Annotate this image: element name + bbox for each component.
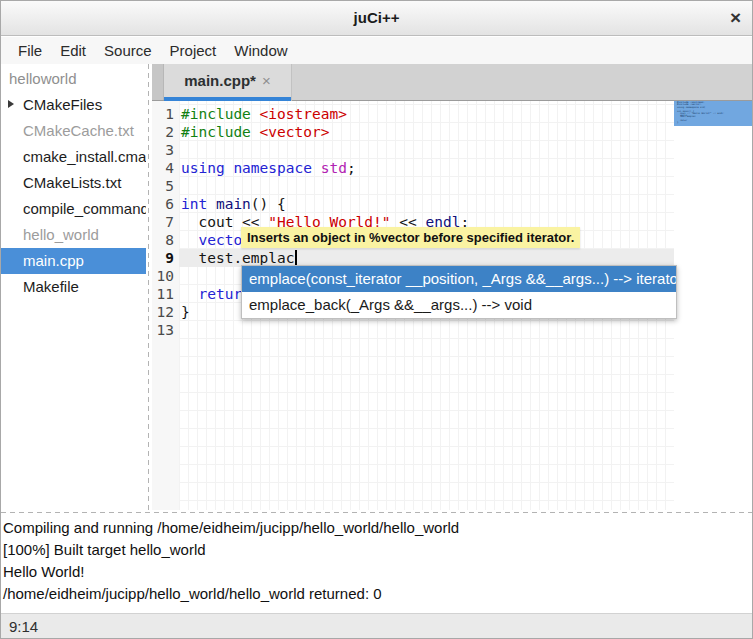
autocomplete-popup: emplace(const_iterator __position, _Args… [241, 265, 677, 319]
completion-item[interactable]: emplace_back(_Args &&__args...) --> void [242, 292, 676, 318]
line-number: 5 [152, 177, 174, 195]
title-bar: juCi++ × [1, 1, 752, 36]
sidebar-item-main-cpp[interactable]: main.cpp [1, 248, 146, 274]
project-name: helloworld [1, 66, 146, 92]
line-number-gutter: 12345678910111213 [152, 101, 179, 510]
minimap-viewport[interactable]: #include <iostream>#include <vector>usin… [674, 101, 753, 126]
text-cursor [295, 250, 297, 266]
line-number: 12 [152, 303, 174, 321]
code-editor[interactable]: 12345678910111213 #include <iostream>#in… [152, 101, 753, 510]
sidebar-item-compile-commands-[interactable]: compile_commands. [1, 196, 146, 222]
sidebar-item-cmakelists-txt[interactable]: CMakeLists.txt [1, 170, 146, 196]
terminal-line: Compiling and running /home/eidheim/juci… [3, 517, 752, 539]
line-number: 7 [152, 213, 174, 231]
line-number: 6 [152, 195, 174, 213]
sidebar-item-label: cmake_install.cmake [23, 148, 146, 165]
close-icon[interactable]: × [730, 1, 741, 34]
line-number: 2 [152, 123, 174, 141]
line-number: 11 [152, 285, 174, 303]
sidebar-item-makefile[interactable]: Makefile [1, 274, 146, 300]
sidebar-item-label: CMakeCache.txt [23, 122, 134, 139]
code-line[interactable]: #include <iostream> [179, 105, 674, 123]
tab-close-icon[interactable]: × [262, 72, 271, 89]
line-number: 8 [152, 231, 174, 249]
tab-main-cpp[interactable]: main.cpp*× [164, 64, 292, 101]
tab-bar: main.cpp*× [152, 64, 753, 101]
code-line[interactable] [179, 141, 674, 159]
code-line[interactable]: int main() { [179, 195, 674, 213]
menu-bar: FileEditSourceProjectWindow [1, 37, 752, 64]
expander-triangle-icon[interactable] [8, 100, 14, 108]
editor-pane: main.cpp*× 12345678910111213 #include <i… [152, 64, 753, 510]
menu-item-source[interactable]: Source [95, 38, 161, 64]
tab-label: main.cpp* [184, 72, 256, 89]
sidebar-item-label: Makefile [23, 278, 79, 295]
doc-tooltip: Inserts an object in %vector before spec… [241, 227, 580, 248]
terminal-output: Compiling and running /home/eidheim/juci… [1, 516, 752, 613]
sidebar-item-label: compile_commands. [23, 200, 146, 217]
main-area: helloworld CMakeFilesCMakeCache.txtcmake… [1, 64, 753, 510]
line-number: 13 [152, 321, 174, 339]
tabbar-left-strip [152, 64, 164, 100]
minimap-line [677, 124, 753, 126]
sidebar-item-hello-world[interactable]: hello_world [1, 222, 146, 248]
code-line[interactable] [179, 321, 674, 339]
menu-item-edit[interactable]: Edit [51, 38, 95, 64]
menu-item-window[interactable]: Window [225, 38, 296, 64]
line-number: 3 [152, 141, 174, 159]
sidebar-item-cmake-install-cmake[interactable]: cmake_install.cmake [1, 144, 146, 170]
line-number: 4 [152, 159, 174, 177]
sidebar-item-label: CMakeLists.txt [23, 174, 121, 191]
sidebar-item-cmakefiles[interactable]: CMakeFiles [1, 92, 146, 118]
sidebar-item-cmakecache-txt[interactable]: CMakeCache.txt [1, 118, 146, 144]
terminal-line: /home/eidheim/jucipp/hello_world/hello_w… [3, 583, 752, 605]
file-tree-sidebar: helloworld CMakeFilesCMakeCache.txtcmake… [1, 64, 146, 510]
line-number: 1 [152, 105, 174, 123]
jucipp-window: juCi++ × FileEditSourceProjectWindow hel… [0, 0, 753, 639]
sidebar-item-label: hello_world [23, 226, 99, 243]
cursor-position: 9:14 [9, 618, 38, 635]
completion-item[interactable]: emplace(const_iterator __position, _Args… [242, 266, 676, 292]
code-line[interactable] [179, 177, 674, 195]
sidebar-item-label: CMakeFiles [23, 96, 102, 113]
menu-item-project[interactable]: Project [161, 38, 226, 64]
terminal-line: Hello World! [3, 561, 752, 583]
window-title: juCi++ [1, 1, 752, 35]
code-line[interactable]: #include <vector> [179, 123, 674, 141]
code-line[interactable]: using namespace std; [179, 159, 674, 177]
terminal-line: [100%] Built target hello_world [3, 539, 752, 561]
status-bar: 9:14 [1, 613, 752, 639]
menu-item-file[interactable]: File [9, 38, 51, 64]
minimap-scrollbar[interactable]: #include <iostream>#include <vector>usin… [674, 101, 753, 510]
line-number: 9 [152, 249, 174, 267]
sidebar-item-label: main.cpp [23, 252, 84, 269]
line-number: 10 [152, 267, 174, 285]
